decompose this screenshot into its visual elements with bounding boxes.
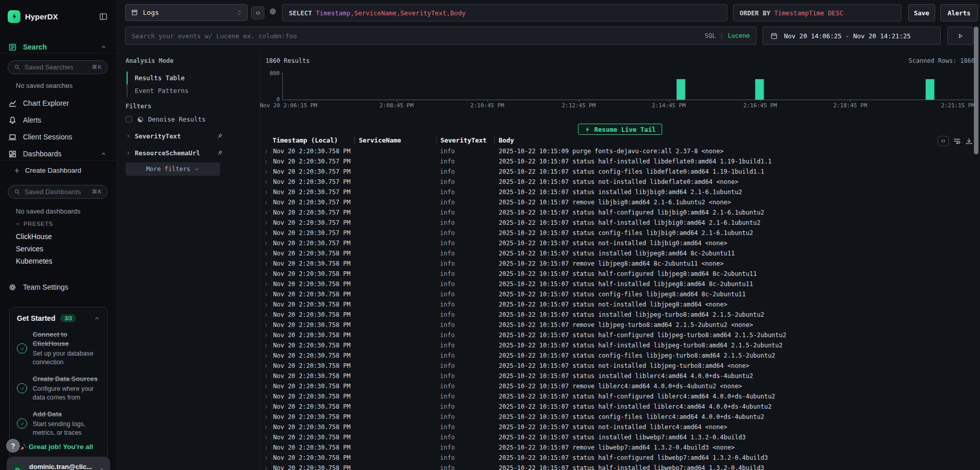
table-row[interactable]: Nov 20 2:20:30.758 PMinfo2025-10-22 10:1… <box>260 412 980 422</box>
expand-row-chevron-icon[interactable] <box>260 159 272 165</box>
pin-icon[interactable] <box>216 133 223 139</box>
expand-row-chevron-icon[interactable] <box>260 353 272 359</box>
orderby-query-input[interactable]: ORDER BY TimestampTime DESC <box>733 4 901 21</box>
sidebar-item-alerts[interactable]: Alerts <box>0 114 117 126</box>
table-row[interactable]: Nov 20 2:20:30.758 PMinfo2025-10-22 10:1… <box>260 350 980 361</box>
facet-severitytext[interactable]: SeverityText <box>126 132 223 140</box>
expand-row-chevron-icon[interactable] <box>260 281 272 287</box>
table-row[interactable]: Nov 20 2:20:30.758 PMinfo2025-10-22 10:1… <box>260 146 980 156</box>
col-header-body[interactable]: Body <box>494 137 980 144</box>
table-row[interactable]: Nov 20 2:20:30.758 PMinfo2025-10-22 10:1… <box>260 391 980 402</box>
expand-row-chevron-icon[interactable] <box>260 333 272 338</box>
lang-toggle-sql[interactable]: SQL <box>705 32 716 39</box>
table-row[interactable]: Nov 20 2:20:30.758 PMinfo2025-10-22 10:1… <box>260 340 980 350</box>
resume-live-tail-button[interactable]: Resume Live Tail <box>578 124 662 135</box>
sql-editor-toggle-button[interactable] <box>251 6 264 19</box>
expand-row-chevron-icon[interactable] <box>260 363 272 369</box>
table-row[interactable]: Nov 20 2:20:30.758 PMinfo2025-10-22 10:1… <box>260 310 980 320</box>
search-input[interactable] <box>132 32 705 40</box>
expand-row-chevron-icon[interactable] <box>260 414 272 420</box>
expand-row-chevron-icon[interactable] <box>260 404 272 410</box>
expand-row-chevron-icon[interactable] <box>260 435 272 440</box>
user-account-chip[interactable]: D dominic.tran@clic... dominic.tran@clic… <box>7 457 110 470</box>
table-row[interactable]: Nov 20 2:20:30.758 PMinfo2025-10-22 10:1… <box>260 299 980 310</box>
col-header-severitytext[interactable]: SeverityText <box>436 137 494 144</box>
pin-icon[interactable] <box>216 150 223 156</box>
expand-row-chevron-icon[interactable] <box>260 455 272 461</box>
table-row[interactable]: Nov 20 2:20:30.757 PMinfo2025-10-22 10:1… <box>260 207 980 218</box>
chevron-up-icon[interactable] <box>101 151 107 157</box>
get-started-step[interactable]: Add Data Start sending logs, metrics, or… <box>17 410 100 437</box>
expand-row-chevron-icon[interactable] <box>260 343 272 348</box>
table-row[interactable]: Nov 20 2:20:30.758 PMinfo2025-10-22 10:1… <box>260 269 980 279</box>
table-row[interactable]: Nov 20 2:20:30.758 PMinfo2025-10-22 10:1… <box>260 248 980 258</box>
saved-searches-input[interactable]: Saved Searches ⌘K <box>8 60 108 74</box>
table-row[interactable]: Nov 20 2:20:30.757 PMinfo2025-10-22 10:1… <box>260 187 980 197</box>
table-row[interactable]: Nov 20 2:20:30.758 PMinfo2025-10-22 10:1… <box>260 279 980 289</box>
sidebar-collapse-icon[interactable] <box>99 12 108 21</box>
mode-results-table[interactable]: Results Table <box>127 72 188 84</box>
denoise-results-row[interactable]: Denoise Results <box>126 115 239 123</box>
expand-row-chevron-icon[interactable] <box>260 384 272 389</box>
expand-row-chevron-icon[interactable] <box>260 261 272 267</box>
table-row[interactable]: Nov 20 2:20:30.757 PMinfo2025-10-22 10:1… <box>260 167 980 177</box>
table-row[interactable]: Nov 20 2:20:30.758 PMinfo2025-10-22 10:1… <box>260 320 980 330</box>
table-row[interactable]: Nov 20 2:20:30.757 PMinfo2025-10-22 10:1… <box>260 218 980 228</box>
expand-row-chevron-icon[interactable] <box>260 445 272 451</box>
run-query-play-button[interactable] <box>947 27 973 45</box>
create-dashboard-button[interactable]: Create Dashboard <box>14 167 117 174</box>
preset-services[interactable]: Services <box>16 245 117 253</box>
expand-row-chevron-icon[interactable] <box>260 322 272 328</box>
expand-row-chevron-icon[interactable] <box>260 179 272 185</box>
sidebar-item-search[interactable]: Search <box>0 41 117 53</box>
col-header-timestamp[interactable]: Timestamp (Local) <box>272 137 354 144</box>
expand-row-chevron-icon[interactable] <box>260 302 272 308</box>
expand-row-chevron-icon[interactable] <box>260 220 272 226</box>
expand-row-chevron-icon[interactable] <box>260 394 272 400</box>
expand-row-chevron-icon[interactable] <box>260 425 272 430</box>
get-started-step[interactable]: Create Data Sources Configure where your… <box>17 374 100 402</box>
select-query-input[interactable]: SELECT Timestamp,ServiceName,SeverityTex… <box>282 4 727 21</box>
presets-header[interactable]: PRESETS <box>15 221 117 227</box>
table-row[interactable]: Nov 20 2:20:30.758 PMinfo2025-10-22 10:1… <box>260 442 980 453</box>
sidebar-item-chart-explorer[interactable]: Chart Explorer <box>0 97 117 109</box>
expand-row-chevron-icon[interactable] <box>260 190 272 195</box>
chevron-up-icon[interactable] <box>94 315 100 321</box>
table-row[interactable]: Nov 20 2:20:30.757 PMinfo2025-10-22 10:1… <box>260 228 980 238</box>
preset-kubernetes[interactable]: Kubernetes <box>16 257 117 265</box>
chevron-up-icon[interactable] <box>101 44 107 50</box>
table-row[interactable]: Nov 20 2:20:30.758 PMinfo2025-10-22 10:1… <box>260 381 980 391</box>
lang-toggle-lucene[interactable]: Lucene <box>728 32 750 39</box>
more-filters-button[interactable]: More filters <box>126 162 220 176</box>
facet-resourceschemaurl[interactable]: ResourceSchemaUrl <box>126 149 223 157</box>
table-row[interactable]: Nov 20 2:20:30.757 PMinfo2025-10-22 10:1… <box>260 177 980 187</box>
expand-row-chevron-icon[interactable] <box>260 149 272 154</box>
table-row[interactable]: Nov 20 2:20:30.757 PMinfo2025-10-22 10:1… <box>260 238 980 248</box>
expand-row-chevron-icon[interactable] <box>260 312 272 318</box>
expand-row-chevron-icon[interactable] <box>260 210 272 216</box>
expand-row-chevron-icon[interactable] <box>260 230 272 236</box>
expand-row-chevron-icon[interactable] <box>260 271 272 277</box>
source-selector[interactable]: Logs <box>125 4 248 21</box>
alerts-button[interactable]: Alerts <box>940 4 978 21</box>
help-button[interactable]: ? <box>6 439 20 453</box>
get-started-step[interactable]: Connect to ClickHouse Set up your databa… <box>17 330 100 367</box>
table-row[interactable]: Nov 20 2:20:30.758 PMinfo2025-10-22 10:1… <box>260 453 980 463</box>
expand-row-chevron-icon[interactable] <box>260 373 272 379</box>
table-row[interactable]: Nov 20 2:20:30.758 PMinfo2025-10-22 10:1… <box>260 402 980 412</box>
table-row[interactable]: Nov 20 2:20:30.758 PMinfo2025-10-22 10:1… <box>260 289 980 299</box>
table-row[interactable]: Nov 20 2:20:30.758 PMinfo2025-10-22 10:1… <box>260 258 980 269</box>
expand-row-chevron-icon[interactable] <box>260 251 272 256</box>
expand-row-chevron-icon[interactable] <box>260 465 272 470</box>
expand-row-chevron-icon[interactable] <box>260 200 272 205</box>
saved-dashboards-input[interactable]: Saved Dashboards ⌘K <box>8 185 108 199</box>
preset-clickhouse[interactable]: ClickHouse <box>16 232 117 241</box>
table-row[interactable]: Nov 20 2:20:30.757 PMinfo2025-10-22 10:1… <box>260 197 980 207</box>
col-header-servicename[interactable]: ServiceName <box>354 137 436 144</box>
query-settings-gear-icon[interactable] <box>268 7 277 16</box>
mode-event-patterns[interactable]: Event Patterns <box>127 84 188 97</box>
expand-row-chevron-icon[interactable] <box>260 169 272 175</box>
expand-row-chevron-icon[interactable] <box>260 292 272 297</box>
denoise-checkbox[interactable] <box>126 116 132 123</box>
date-range-picker[interactable]: Nov 20 14:06:25 - Nov 20 14:21:25 <box>763 27 941 45</box>
